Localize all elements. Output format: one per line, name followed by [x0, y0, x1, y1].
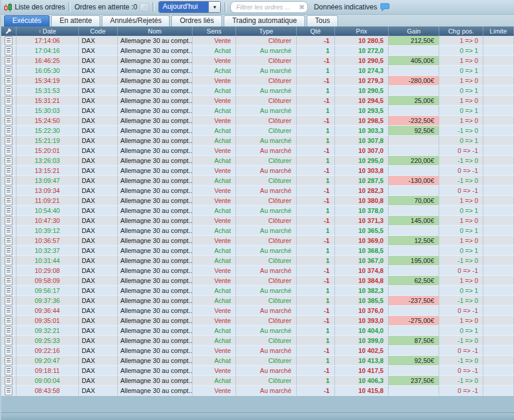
order-details-icon[interactable]: [1, 326, 16, 336]
order-row[interactable]: 09:20:47DAXAllemagne 30 au compt...Achat…: [1, 356, 514, 366]
order-row[interactable]: 15:30:03DAXAllemagne 30 au compt...Achat…: [1, 106, 514, 116]
order-row[interactable]: 15:21:19DAXAllemagne 30 au compt...Achat…: [1, 136, 514, 146]
order-details-icon[interactable]: [1, 96, 16, 106]
order-row[interactable]: 16:05:30DAXAllemagne 30 au compt...Achat…: [1, 66, 514, 76]
chevron-down-icon[interactable]: ▼: [208, 2, 220, 12]
order-details-icon[interactable]: [1, 256, 16, 266]
order-row[interactable]: 09:18:11DAXAllemagne 30 au compt...Vente…: [1, 366, 514, 376]
order-details-icon[interactable]: [1, 216, 16, 226]
order-row[interactable]: 13:15:21DAXAllemagne 30 au compt...Vente…: [1, 166, 514, 176]
order-details-icon[interactable]: [1, 136, 16, 146]
tab-trading-automatique[interactable]: Trading automatique: [224, 15, 305, 26]
order-details-icon[interactable]: [1, 266, 16, 276]
order-details-icon[interactable]: [1, 246, 16, 256]
column-header-gain[interactable]: Gain: [389, 26, 439, 36]
order-details-icon[interactable]: [1, 366, 16, 376]
period-select[interactable]: Aujourd'hui ▼: [158, 1, 221, 13]
period-selected-value: Aujourd'hui: [159, 2, 208, 12]
order-row[interactable]: 10:47:30DAXAllemagne 30 au compt...Vente…: [1, 216, 514, 226]
order-details-icon[interactable]: [1, 46, 16, 56]
tab-ex-cut-s[interactable]: Exécutés: [4, 15, 49, 26]
order-instrument-name: Allemagne 30 au compt...: [118, 346, 193, 356]
order-details-icon[interactable]: [1, 236, 16, 246]
order-details-icon[interactable]: [1, 226, 16, 236]
order-details-icon[interactable]: [1, 186, 16, 196]
order-row[interactable]: 10:54:40DAXAllemagne 30 au compt...Achat…: [1, 206, 514, 216]
order-details-icon[interactable]: [1, 276, 16, 286]
order-details-icon[interactable]: [1, 76, 16, 86]
tab-ordres-li-s[interactable]: Ordres liés: [171, 15, 222, 26]
order-row[interactable]: 11:09:21DAXAllemagne 30 au compt...Vente…: [1, 196, 514, 206]
table-settings-wrench-icon[interactable]: [1, 26, 16, 36]
order-details-icon[interactable]: [1, 106, 16, 116]
column-header-prix[interactable]: Prix: [335, 26, 389, 36]
order-details-icon[interactable]: [1, 126, 16, 136]
column-header-date[interactable]: ↑Date: [16, 26, 79, 36]
order-details-icon[interactable]: [1, 206, 16, 216]
order-row[interactable]: 09:37:36DAXAllemagne 30 au compt...Achat…: [1, 296, 514, 306]
order-details-icon[interactable]: [1, 376, 16, 386]
order-row[interactable]: 17:14:06DAXAllemagne 30 au compt...Vente…: [1, 36, 514, 46]
filter-input[interactable]: [235, 3, 297, 11]
order-row[interactable]: 10:39:12DAXAllemagne 30 au compt...Achat…: [1, 226, 514, 236]
order-details-icon[interactable]: [1, 66, 16, 76]
order-row[interactable]: 09:36:44DAXAllemagne 30 au compt...Vente…: [1, 306, 514, 316]
tab-en-attente[interactable]: En attente: [51, 15, 100, 26]
order-row[interactable]: 09:22:16DAXAllemagne 30 au compt...Vente…: [1, 346, 514, 356]
column-header-qt-[interactable]: Qté: [297, 26, 335, 36]
order-row[interactable]: 09:32:21DAXAllemagne 30 au compt...Achat…: [1, 326, 514, 336]
clear-filter-icon[interactable]: ✖: [299, 4, 304, 11]
column-header-type[interactable]: Type: [236, 26, 297, 36]
order-details-icon[interactable]: [1, 296, 16, 306]
order-details-icon[interactable]: [1, 386, 16, 396]
order-row[interactable]: 15:24:50DAXAllemagne 30 au compt...Vente…: [1, 116, 514, 126]
column-header-code[interactable]: Code: [79, 26, 118, 36]
tab-annul-s-rejet-s[interactable]: Annulés/Rejetés: [102, 15, 170, 26]
order-row[interactable]: 10:29:08DAXAllemagne 30 au compt...Vente…: [1, 266, 514, 276]
column-header-nom[interactable]: Nom: [118, 26, 193, 36]
order-row[interactable]: 13:09:47DAXAllemagne 30 au compt...Achat…: [1, 176, 514, 186]
order-row[interactable]: 10:36:57DAXAllemagne 30 au compt...Vente…: [1, 236, 514, 246]
order-row[interactable]: 15:20:01DAXAllemagne 30 au compt...Vente…: [1, 146, 514, 156]
pending-orders-popup-icon[interactable]: [140, 3, 149, 12]
order-details-icon[interactable]: [1, 86, 16, 96]
order-details-icon[interactable]: [1, 316, 16, 326]
speech-bubble-icon[interactable]: [380, 3, 390, 11]
order-row[interactable]: 09:35:01DAXAllemagne 30 au compt...Vente…: [1, 316, 514, 326]
order-row[interactable]: 09:25:33DAXAllemagne 30 au compt...Achat…: [1, 336, 514, 346]
order-row[interactable]: 13:09:34DAXAllemagne 30 au compt...Vente…: [1, 186, 514, 196]
order-row[interactable]: 08:43:58DAXAllemagne 30 au compt...Vente…: [1, 386, 514, 396]
order-row[interactable]: 10:32:37DAXAllemagne 30 au compt...Achat…: [1, 246, 514, 256]
order-details-icon[interactable]: [1, 56, 16, 66]
order-row[interactable]: 09:56:17DAXAllemagne 30 au compt...Achat…: [1, 286, 514, 296]
order-row[interactable]: 09:00:04DAXAllemagne 30 au compt...Achat…: [1, 376, 514, 386]
order-details-icon[interactable]: [1, 286, 16, 296]
order-row[interactable]: 09:58:09DAXAllemagne 30 au compt...Vente…: [1, 276, 514, 286]
column-header-limite[interactable]: Limite: [483, 26, 514, 36]
order-details-icon[interactable]: [1, 156, 16, 166]
order-quantity: 1: [297, 326, 335, 336]
order-time: 15:31:21: [16, 96, 79, 106]
order-row[interactable]: 15:31:53DAXAllemagne 30 au compt...Achat…: [1, 86, 514, 96]
order-row[interactable]: 15:22:30DAXAllemagne 30 au compt...Achat…: [1, 126, 514, 136]
order-details-icon[interactable]: [1, 166, 16, 176]
order-row[interactable]: 10:31:44DAXAllemagne 30 au compt...Achat…: [1, 256, 514, 266]
order-details-icon[interactable]: [1, 116, 16, 126]
order-details-icon[interactable]: [1, 146, 16, 156]
order-details-icon[interactable]: [1, 336, 16, 346]
order-type: Au marché: [236, 186, 297, 196]
order-details-icon[interactable]: [1, 196, 16, 206]
order-row[interactable]: 16:46:25DAXAllemagne 30 au compt...Vente…: [1, 56, 514, 66]
column-header-chg-pos-[interactable]: Chg pos.: [439, 26, 483, 36]
order-details-icon[interactable]: [1, 356, 16, 366]
order-row[interactable]: 17:04:16DAXAllemagne 30 au compt...Achat…: [1, 46, 514, 56]
order-details-icon[interactable]: [1, 306, 16, 316]
order-details-icon[interactable]: [1, 346, 16, 356]
order-row[interactable]: 15:31:21DAXAllemagne 30 au compt...Vente…: [1, 96, 514, 106]
order-details-icon[interactable]: [1, 176, 16, 186]
order-row[interactable]: 15:34:19DAXAllemagne 30 au compt...Vente…: [1, 76, 514, 86]
column-header-sens[interactable]: Sens: [193, 26, 236, 36]
order-row[interactable]: 13:26:03DAXAllemagne 30 au compt...Achat…: [1, 156, 514, 166]
order-details-icon[interactable]: [1, 36, 16, 46]
tab-tous[interactable]: Tous: [307, 15, 338, 26]
